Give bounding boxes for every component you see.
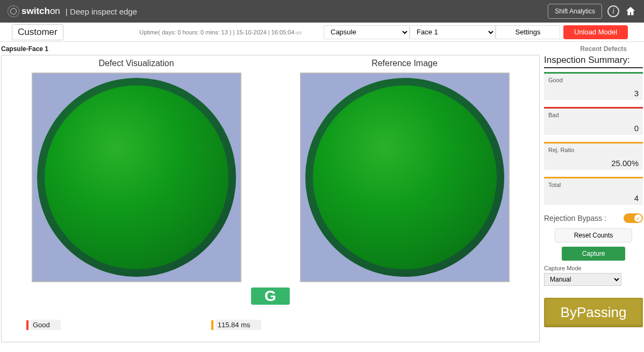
model-select[interactable]: Capsule (324, 25, 410, 39)
metric-good: Good 3 (544, 74, 643, 100)
context-row: Capsule-Face 1 Recent Defects (0, 42, 644, 55)
defect-visualization-title: Defect Visualization (98, 59, 174, 68)
result-stats-row: Good 115.84 ms (26, 320, 514, 330)
result-label-chip: Good (26, 320, 61, 330)
latency-indicator-bar (211, 320, 213, 330)
result-indicator-bar (26, 320, 28, 330)
subheader: Customer Uptime( days: 0 hours: 0 mins: … (0, 23, 644, 42)
settings-button[interactable]: Settings (496, 25, 560, 39)
reference-image-title: Reference Image (371, 59, 438, 68)
context-left-label: Capsule-Face 1 (1, 45, 48, 53)
unload-model-button[interactable]: Unload Model (563, 25, 628, 39)
info-icon[interactable]: i (607, 5, 619, 17)
uptime-text: Uptime( days: 0 hours: 0 mins: 13 ) | 15… (139, 29, 302, 35)
customer-chip: Customer (12, 24, 63, 40)
defect-image (32, 73, 241, 282)
metric-rejection-ratio: Rej. Ratio 25.00% (544, 143, 643, 170)
main-area: Defect Visualization Reference Image G G… (0, 55, 644, 342)
viewer-panel: Defect Visualization Reference Image G G… (1, 55, 540, 342)
summary-sidebar: Inspection Summary: Good 3 Bad 0 Rej. Ra… (544, 55, 643, 327)
app-title: | Deep inspect edge (66, 7, 137, 16)
metric-bad: Bad 0 (544, 109, 643, 135)
reference-image-column: Reference Image (295, 59, 514, 282)
rejection-bypass-toggle[interactable] (624, 213, 643, 223)
capture-mode-label: Capture Mode (544, 265, 643, 271)
rejection-bypass-row: Rejection Bypass : (544, 213, 643, 223)
metric-total: Total 4 (544, 178, 643, 205)
shift-analytics-button[interactable]: Shift Analytics (548, 4, 602, 19)
reset-counts-button[interactable]: Reset Counts (555, 228, 632, 242)
recent-defects-link[interactable]: Recent Defects (580, 45, 627, 53)
brand-name: switchon (22, 6, 60, 17)
logo-icon (8, 5, 19, 17)
capture-mode-select[interactable]: Manual (544, 273, 621, 286)
summary-title: Inspection Summary: (544, 55, 643, 68)
face-select[interactable]: Face 1 (410, 25, 496, 39)
home-icon[interactable] (625, 5, 636, 17)
topbar: switchon | Deep inspect edge Shift Analy… (0, 0, 644, 23)
app-logo: switchon (8, 5, 60, 17)
reference-image (300, 73, 510, 282)
latency-chip: 115.84 ms (211, 320, 261, 330)
result-status-badge: G (251, 288, 290, 305)
rejection-bypass-label: Rejection Bypass : (544, 214, 606, 222)
defect-visualization-column: Defect Visualization (26, 59, 246, 282)
capture-button[interactable]: Capture (562, 247, 625, 261)
bypassing-banner: ByPassing (544, 298, 643, 327)
